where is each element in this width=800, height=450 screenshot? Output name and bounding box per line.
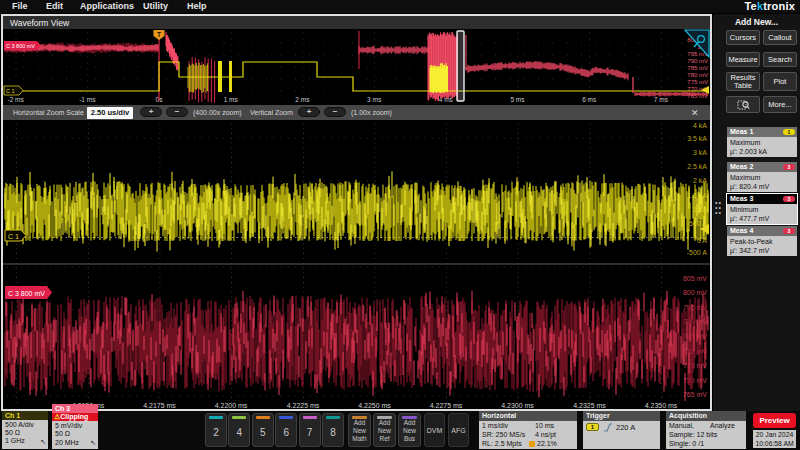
svg-text:4.2250 ms: 4.2250 ms — [358, 402, 391, 409]
close-icon[interactable]: ✕ — [691, 108, 699, 118]
svg-text:785 mV: 785 mV — [687, 65, 708, 71]
svg-text:4.2175 ms: 4.2175 ms — [143, 402, 176, 409]
zoom-mode-button[interactable] — [726, 96, 760, 113]
bottom-settings-bar: Ch 1 500 A/div 50 Ω 1 GHz ↖ Ch 3 ⚠Clippi… — [0, 411, 800, 450]
svg-text:C 3 800 mV: C 3 800 mV — [8, 290, 45, 297]
h-zoom-minus-button[interactable]: − — [166, 107, 188, 117]
trigger-position-icon — [529, 441, 535, 447]
add-new-bus-button[interactable]: AddNewBus — [398, 413, 421, 447]
svg-text:765 mV: 765 mV — [683, 391, 707, 398]
channel-6-button[interactable]: 6 — [275, 413, 297, 447]
menu-applications[interactable]: Applications — [80, 1, 134, 11]
acquisition-panel[interactable]: Acquisition Manual, Analyze Sample: 12 b… — [666, 411, 746, 449]
results-table-button[interactable]: Results Table — [726, 72, 760, 91]
meas-3-type: Minimum — [730, 205, 797, 214]
svg-text:1 ms: 1 ms — [224, 96, 239, 103]
meas-4-type: Peak-to-Peak — [730, 237, 797, 246]
zoom-scale-bar: Horizontal Zoom Scale 2.50 us/div + − (4… — [3, 105, 710, 120]
meas-2-title: Meas 2 — [730, 163, 753, 170]
right-sidebar: Add New... Cursors Callout Measure Searc… — [713, 14, 800, 411]
v-zoom-plus-button[interactable]: + — [298, 107, 320, 117]
channel-7-button[interactable]: 7 — [299, 413, 321, 447]
svg-text:6 ms: 6 ms — [582, 96, 597, 103]
h-zoom-factor: (400.00x zoom) — [193, 109, 242, 116]
h-zoom-scale-input[interactable]: 2.50 us/div — [87, 107, 133, 119]
trigger-panel[interactable]: Trigger 1 220 A — [583, 411, 660, 449]
svg-text:-2 ms: -2 ms — [7, 96, 24, 103]
menu-help[interactable]: Help — [187, 1, 207, 11]
callout-button[interactable]: Callout — [763, 30, 797, 45]
meas-3-card[interactable]: Meas 3 3 Minimumµ': 477.7 mV — [727, 194, 797, 224]
svg-text:805 mV: 805 mV — [683, 275, 707, 282]
ch1-label: Ch 1 — [2, 411, 48, 420]
svg-text:5 ms: 5 ms — [510, 96, 525, 103]
meas-1-value: µ': 2.003 kA — [730, 147, 797, 156]
ch3-clipping-warning: ⚠Clipping — [52, 413, 98, 422]
ch1-badge[interactable]: Ch 1 500 A/div 50 Ω 1 GHz ↖ — [2, 411, 48, 449]
meas-1-title: Meas 1 — [730, 128, 753, 135]
channel-8-button[interactable]: 8 — [322, 413, 344, 447]
preview-button[interactable]: Preview — [753, 413, 796, 428]
ch3-label: Ch 3 — [52, 404, 98, 413]
svg-text:C 3 800 mV: C 3 800 mV — [6, 43, 35, 49]
waveform-view-panel: Waveform View 805 mV800795 mV790 mV785 m… — [1, 14, 712, 411]
ch3-drag-icon: ↖ — [90, 439, 96, 447]
svg-text:790 mV: 790 mV — [687, 58, 708, 64]
add-new-math-button[interactable]: AddNewMath — [348, 413, 371, 447]
afg-button[interactable]: AFG — [448, 413, 469, 447]
dvm-button[interactable]: DVM — [424, 413, 445, 447]
meas-4-card[interactable]: Meas 4 3 Peak-to-Peakµ': 342.7 mV — [727, 226, 797, 256]
sample-interval: 4 ns/pt — [535, 431, 556, 438]
date-label: 20 Jan 2024 — [753, 431, 796, 440]
svg-text:2 ms: 2 ms — [295, 96, 310, 103]
cursors-button[interactable]: Cursors — [726, 30, 760, 45]
ch3-scale: 5 mV/div — [55, 422, 98, 430]
results-panel-grip[interactable]: •• •• •• — [715, 200, 723, 216]
zoom-mode-icon — [737, 99, 750, 111]
ch1-impedance: 50 Ω — [5, 429, 48, 437]
channel-5-button[interactable]: 5 — [252, 413, 274, 447]
plot-button[interactable]: Plot — [763, 72, 797, 91]
svg-text:3 ms: 3 ms — [367, 96, 382, 103]
menu-edit[interactable]: Edit — [46, 1, 63, 11]
svg-text:7 ms: 7 ms — [654, 96, 669, 103]
meas-1-card[interactable]: Meas 1 1 Maximumµ': 2.003 kA — [727, 127, 797, 157]
acquisition-sample: Sample: 12 bits — [669, 431, 717, 438]
channel-4-button[interactable]: 4 — [228, 413, 250, 447]
svg-text:C 1: C 1 — [8, 233, 19, 240]
v-zoom-factor: (1.00x zoom) — [351, 109, 392, 116]
menu-utility[interactable]: Utility — [143, 1, 168, 11]
overview-waveform[interactable]: 805 mV800795 mV790 mV785 mV780 mV775 mV7… — [3, 29, 710, 105]
meas-2-source-badge: 3 — [783, 164, 795, 170]
trigger-position-percent: 22.1% — [537, 440, 557, 447]
svg-text:4.2275 ms: 4.2275 ms — [430, 402, 463, 409]
meas-4-value: µ': 342.7 mV — [730, 246, 797, 255]
ch1-scale: 500 A/div — [5, 421, 48, 429]
svg-text:775 mV: 775 mV — [687, 79, 708, 85]
ch3-badge[interactable]: Ch 3 ⚠Clipping 5 mV/div 50 Ω 20 MHz ↖ — [52, 404, 98, 449]
meas-4-source-badge: 3 — [783, 228, 795, 234]
acquisition-analyze: Analyze — [710, 422, 735, 429]
search-button[interactable]: Search — [763, 52, 797, 67]
add-new-ref-button[interactable]: AddNewRef — [373, 413, 396, 447]
svg-text:4.2225 ms: 4.2225 ms — [287, 402, 320, 409]
horizontal-panel[interactable]: Horizontal 1 ms/div 10 ms SR: 250 MS/s 4… — [479, 411, 577, 449]
meas-2-card[interactable]: Meas 2 3 Maximumµ': 820.4 mV — [727, 162, 797, 192]
more-button[interactable]: More... — [763, 96, 797, 113]
acquisition-single: Single: 0 /1 — [669, 440, 704, 447]
sample-rate: SR: 250 MS/s — [482, 431, 525, 438]
svg-text:4.2200 ms: 4.2200 ms — [215, 402, 248, 409]
h-zoom-plus-button[interactable]: + — [140, 107, 162, 117]
trigger-level: 220 A — [616, 423, 635, 432]
meas-3-value: µ': 477.7 mV — [730, 214, 797, 223]
measure-button[interactable]: Measure — [726, 52, 760, 67]
svg-text:3.5 kA: 3.5 kA — [687, 135, 707, 142]
svg-text:4.2325 ms: 4.2325 ms — [573, 402, 606, 409]
main-waveform[interactable]: 4 kA3.5 kA3 kA2.5 kA2 kA1.5 kA1 kA500 A0… — [3, 120, 710, 409]
meas-3-source-badge: 3 — [783, 196, 795, 202]
v-zoom-minus-button[interactable]: − — [324, 107, 346, 117]
menu-file[interactable]: File — [12, 1, 28, 11]
acquisition-title: Acquisition — [666, 411, 746, 421]
svg-text:4.2300 ms: 4.2300 ms — [501, 402, 534, 409]
channel-2-button[interactable]: 2 — [205, 413, 227, 447]
